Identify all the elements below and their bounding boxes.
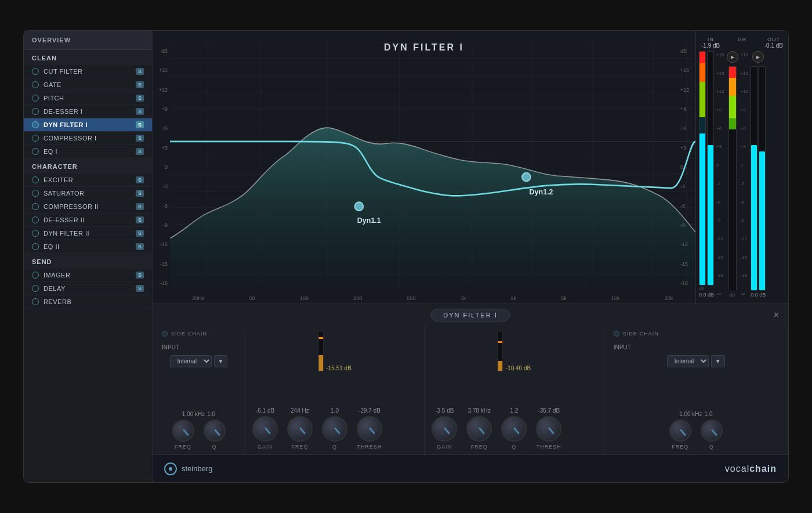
product-name: vocalchain (725, 464, 777, 474)
gain-label-1: GAIN (258, 444, 273, 450)
input-arrow-1[interactable]: ▼ (214, 355, 228, 367)
steinberg-logo-icon (164, 463, 177, 475)
band1-eq-section: -15.51 dB -6.1 dB GAIN 244 Hz F (245, 326, 425, 454)
in-meter-bar-left (699, 51, 706, 286)
power-icon[interactable] (32, 230, 39, 237)
power-icon[interactable] (32, 108, 39, 115)
q-knob-band1[interactable] (322, 416, 347, 442)
q-knob-1[interactable] (204, 420, 226, 442)
sidebar-item-gate[interactable]: GATE S (24, 78, 152, 92)
sidebar-item-reverb[interactable]: REVERB (24, 295, 152, 309)
power-icon[interactable] (32, 81, 39, 88)
freq-knob-3[interactable] (669, 420, 691, 442)
power-icon[interactable] (32, 68, 39, 75)
power-icon[interactable] (32, 272, 39, 279)
power-icon[interactable] (32, 285, 39, 292)
play-button-out[interactable]: ▶ (752, 51, 764, 63)
sidebar-item-dyn-filter-ii[interactable]: DYN FILTER II S (24, 227, 152, 240)
freq-knob-band1[interactable] (287, 416, 313, 442)
meter-scale: +18 +15 +12 +9 +6 +3 0 -3 -6 -9 -12 -15 (716, 51, 724, 298)
power-icon[interactable] (32, 148, 39, 155)
meter-section: IN -1.9 dB GR OUT -0.1 dB (695, 31, 788, 304)
s-badge: S (136, 121, 144, 128)
sidebar-item-de-esser-ii[interactable]: DE-ESSER II S (24, 214, 152, 227)
in-meter-bar-right (707, 51, 714, 286)
sidebar-item-saturator[interactable]: SATURATOR S (24, 187, 152, 200)
power-icon[interactable] (32, 95, 39, 102)
out-meter-header: OUT -0.1 dB (764, 37, 783, 49)
sidebar-item-delay[interactable]: DELAY S (24, 282, 152, 295)
knob-group-thresh-2: -35.7 dB THRESH (536, 407, 561, 450)
thresh-knob-1[interactable] (357, 416, 382, 442)
input-arrow-3[interactable]: ▼ (711, 355, 725, 367)
sidebar-item-dyn-filter-i[interactable]: DYN FILTER I S (24, 118, 152, 132)
out-db-bottom: 0.0 dB (751, 292, 766, 298)
gain-knob-2[interactable] (432, 416, 457, 442)
gain-label-2: GAIN (437, 444, 452, 450)
input-dropdown-3[interactable]: Internal (667, 355, 709, 367)
sidebar-item-label: EXCITER (44, 176, 136, 183)
sidebar-item-pitch[interactable]: PITCH S (24, 92, 152, 105)
q-knob-val-1: 1.0 (331, 407, 339, 414)
gain-knob-1[interactable] (252, 416, 278, 442)
thresh-knob-2[interactable] (536, 416, 561, 442)
sidebar-item-eq-ii[interactable]: EQ II S (24, 240, 152, 254)
q-knob-2[interactable] (501, 416, 527, 442)
footer-logo: steinberg (164, 463, 212, 475)
sidebar-item-imager[interactable]: IMAGER S (24, 269, 152, 282)
input-dropdown-1[interactable]: Internal (170, 355, 212, 367)
power-icon[interactable] (32, 203, 39, 210)
q-knob-label-3: Q (709, 444, 714, 450)
freq-knob-1[interactable] (172, 420, 194, 442)
section-clean: CLEAN (24, 50, 152, 65)
sidebar-item-label: DELAY (44, 285, 136, 292)
gr-label: GR (738, 37, 747, 42)
sidebar-item-label: GATE (44, 81, 136, 88)
power-icon[interactable] (32, 243, 39, 250)
freq-label-2: FREQ (471, 444, 488, 450)
q-knob-3[interactable] (701, 420, 723, 442)
power-icon[interactable] (32, 216, 39, 223)
band1-knob-row: -6.1 dB GAIN 244 Hz FREQ 1.0 (252, 407, 382, 450)
knob-row-3: FREQ Q (669, 420, 723, 450)
s-badge: S (136, 95, 144, 102)
power-icon[interactable] (32, 121, 39, 128)
sidebar-item-cut-filter[interactable]: CUT FILTER S (24, 65, 152, 78)
db-labels-left: dB +15 +12 +9 +6 +3 0 -3 -6 -9 -12 -15 -… (153, 48, 170, 286)
band2-level: -10.40 dB (506, 365, 531, 371)
sidebar-item-compressor-i[interactable]: COMPRESSOR I S (24, 132, 152, 145)
power-icon[interactable] (32, 135, 39, 142)
power-icon[interactable] (32, 176, 39, 183)
play-button-in[interactable]: ▶ (727, 51, 738, 63)
bottom-panel: DYN FILTER I × SIDE-CHAIN INPUT (153, 304, 788, 454)
band1-level: -15.51 dB (326, 365, 351, 371)
sidebar-item-de-esser-i[interactable]: DE-ESSER I S (24, 105, 152, 118)
plugin-window: OVERVIEW CLEAN CUT FILTER S GATE S PITCH… (23, 30, 789, 483)
main-content: OVERVIEW CLEAN CUT FILTER S GATE S PITCH… (24, 31, 788, 482)
bottom-title-button[interactable]: DYN FILTER I (431, 309, 509, 321)
brand-name: steinberg (182, 464, 212, 473)
input-label-3: INPUT (614, 344, 631, 351)
close-button[interactable]: × (774, 310, 779, 320)
sidechain-header-1: SIDE-CHAIN (162, 331, 207, 337)
s-badge: S (136, 285, 144, 292)
sidebar-item-eq-i[interactable]: EQ I S (24, 145, 152, 158)
sidebar-item-exciter[interactable]: EXCITER S (24, 174, 152, 187)
meter-scale-right: +18 +15 +12 +9 +6 +3 0 -3 -6 -9 -12 -15 (741, 51, 749, 298)
eq-main: DYN FILTER I (153, 31, 695, 304)
sidebar-item-compressor-ii[interactable]: COMPRESSOR II S (24, 200, 152, 214)
s-badge: S (136, 68, 144, 75)
power-icon[interactable] (32, 190, 39, 197)
freq-knob-2[interactable] (466, 416, 492, 442)
knob-group-gain-1: -6.1 dB GAIN (252, 407, 278, 450)
right-area: DYN FILTER I (153, 31, 788, 482)
knob-group-freq-1: FREQ (172, 420, 194, 450)
band3-sidechain-section: SIDE-CHAIN INPUT Internal ▼ (604, 326, 788, 454)
s-badge: S (136, 203, 144, 210)
out-meter-bar-left (751, 66, 757, 291)
power-icon[interactable] (32, 298, 39, 305)
sidebar-item-label: EQ II (44, 243, 136, 250)
band2-eq-section: -10.40 dB -3.5 dB GAIN 3.78 kHz (425, 326, 604, 454)
gr-meter-bar (728, 66, 737, 291)
knob-group-q-1: Q (204, 420, 226, 450)
